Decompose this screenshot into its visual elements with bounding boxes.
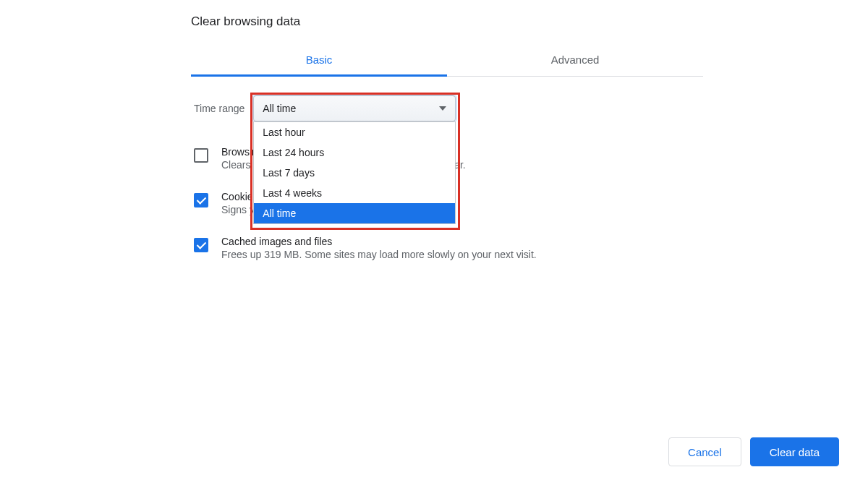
tab-advanced[interactable]: Advanced bbox=[447, 42, 703, 76]
cancel-button[interactable]: Cancel bbox=[668, 437, 741, 466]
tabs: Basic Advanced bbox=[191, 42, 703, 77]
time-range-option-selected[interactable]: All time bbox=[254, 203, 455, 223]
time-range-option[interactable]: Last 4 weeks bbox=[254, 183, 455, 203]
item-cache: Cached images and files Frees up 319 MB.… bbox=[194, 236, 700, 260]
time-range-option[interactable]: Last 7 days bbox=[254, 163, 455, 183]
checkbox-browsing-history[interactable] bbox=[194, 148, 208, 163]
item-title: Cached images and files bbox=[221, 236, 537, 247]
dialog-footer: Cancel Clear data bbox=[668, 437, 839, 466]
time-range-row: Time range All time Last hour Last 24 ho… bbox=[194, 95, 700, 121]
time-range-option[interactable]: Last 24 hours bbox=[254, 142, 455, 163]
item-text: Cached images and files Frees up 319 MB.… bbox=[221, 236, 537, 260]
checkbox-cache[interactable] bbox=[194, 238, 208, 252]
tab-label: Basic bbox=[306, 53, 333, 66]
item-description: Frees up 319 MB. Some sites may load mor… bbox=[221, 249, 537, 260]
time-range-label: Time range bbox=[194, 103, 244, 114]
dialog-title: Clear browsing data bbox=[191, 14, 707, 29]
time-range-option[interactable]: Last hour bbox=[254, 122, 455, 142]
tab-label: Advanced bbox=[551, 53, 600, 66]
time-range-select[interactable]: All time bbox=[253, 95, 456, 121]
tab-basic[interactable]: Basic bbox=[191, 42, 447, 76]
time-range-select-wrap: All time Last hour Last 24 hours Last 7 … bbox=[253, 95, 456, 121]
dialog-body: Time range All time Last hour Last 24 ho… bbox=[187, 77, 707, 288]
clear-data-button[interactable]: Clear data bbox=[750, 437, 839, 466]
time-range-selected-value: All time bbox=[263, 103, 296, 114]
chevron-down-icon bbox=[439, 106, 446, 111]
checkbox-cookies[interactable] bbox=[194, 193, 208, 207]
time-range-dropdown: Last hour Last 24 hours Last 7 days Last… bbox=[253, 121, 456, 224]
clear-browsing-data-dialog: Clear browsing data Basic Advanced Time … bbox=[187, 14, 707, 288]
